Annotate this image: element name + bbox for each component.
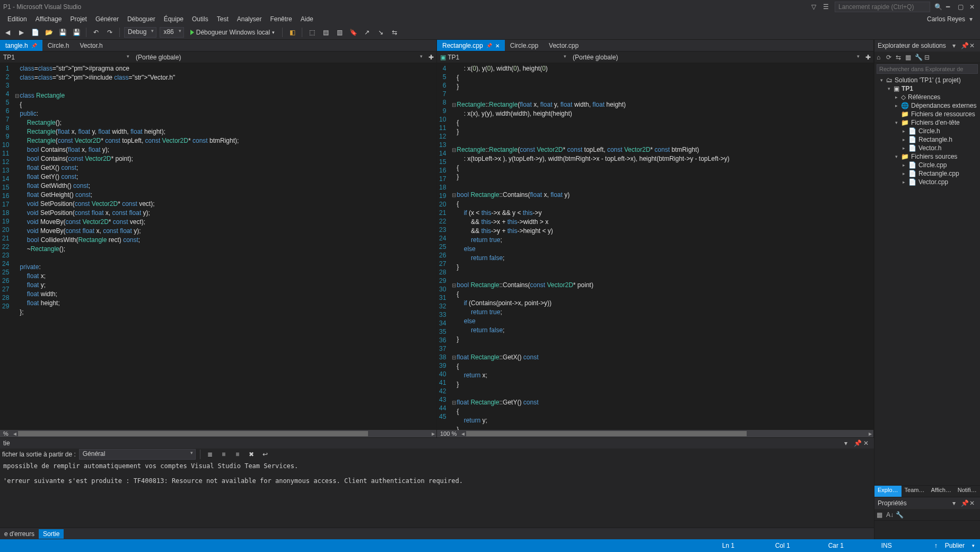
tree-node[interactable]: ▸📄Circle.cpp <box>874 161 980 169</box>
tree-node[interactable]: ▸◇Références <box>874 93 980 101</box>
maximize-icon[interactable]: ▢ <box>958 3 965 11</box>
tree-node[interactable]: ▾▣TP1 <box>874 84 980 93</box>
menu-outils[interactable]: Outils <box>188 14 213 24</box>
side-tab[interactable]: Team… <box>902 486 928 497</box>
sync-icon[interactable]: ⇆ <box>896 54 903 61</box>
clear-icon[interactable]: ✖ <box>246 449 257 460</box>
tool-icon[interactable]: ▥ <box>334 27 345 38</box>
run-button[interactable]: Débogueur Windows local ▾ <box>187 27 278 38</box>
zoom-level[interactable]: 100 % <box>437 430 460 437</box>
quick-launch-input[interactable] <box>835 2 930 12</box>
platform-dropdown[interactable]: x86 <box>160 27 183 38</box>
tree-node[interactable]: ▸📄Vector.cpp <box>874 178 980 186</box>
close-icon[interactable]: ✕ <box>495 43 500 49</box>
tree-node[interactable]: ▸📄Vector.h <box>874 144 980 152</box>
close-icon[interactable]: ✕ <box>863 439 871 447</box>
pin-icon[interactable]: 📌 <box>961 499 968 507</box>
search-icon[interactable]: 🔍 <box>934 3 942 11</box>
h-scrollbar[interactable] <box>18 430 430 437</box>
menu-edition[interactable]: Edition <box>3 14 31 24</box>
tab-vector-h[interactable]: Vector.h <box>74 40 108 51</box>
redo-icon[interactable]: ↷ <box>104 27 115 38</box>
bookmark-icon[interactable]: 🔖 <box>348 27 358 38</box>
publish-icon[interactable]: ↑ <box>934 542 938 549</box>
user-name[interactable]: Carlos Reyes <box>927 15 969 23</box>
collapse-icon[interactable]: ⊟ <box>924 54 932 61</box>
zoom-level[interactable]: % <box>0 430 12 437</box>
scroll-right-icon[interactable]: ▸ <box>430 430 436 437</box>
tool-icon[interactable]: ≣ <box>205 449 215 460</box>
scope-dropdown-right[interactable]: (Portée globale) <box>570 53 863 62</box>
menu-aide[interactable]: Aide <box>296 14 318 24</box>
filter-icon[interactable]: ▽ <box>811 3 819 11</box>
tool-icon[interactable]: ◧ <box>287 27 298 38</box>
refresh-icon[interactable]: ⟳ <box>886 54 894 61</box>
menu-déboguer[interactable]: Déboguer <box>123 14 160 24</box>
show-all-icon[interactable]: ▦ <box>905 54 913 61</box>
scope-dropdown-right[interactable]: (Portée globale) <box>133 53 426 62</box>
tool-icon[interactable]: ≡ <box>218 449 229 460</box>
side-tab[interactable]: Notifi… <box>955 486 980 497</box>
dropdown-icon[interactable]: ▾ <box>952 499 960 507</box>
tab-tangle-h[interactable]: tangle.h📌 <box>0 40 42 51</box>
undo-icon[interactable]: ↶ <box>91 27 101 38</box>
wrench-icon[interactable]: 🔧 <box>896 511 903 519</box>
scroll-left-icon[interactable]: ◂ <box>12 430 18 437</box>
solution-search-input[interactable] <box>877 64 978 74</box>
menu-fenêtre[interactable]: Fenêtre <box>266 14 296 24</box>
tab-vector-cpp[interactable]: Vector.cpp <box>544 40 584 51</box>
scope-dropdown-left[interactable]: TP1 <box>0 53 133 62</box>
menu-affichage[interactable]: Affichage <box>31 14 66 24</box>
chevron-down-icon[interactable]: ▾ <box>972 543 975 548</box>
categorize-icon[interactable]: ▦ <box>877 511 884 519</box>
tree-node[interactable]: ▸🌐Dépendances externes <box>874 101 980 110</box>
scroll-right-icon[interactable]: ▸ <box>867 430 873 437</box>
scroll-left-icon[interactable]: ◂ <box>460 430 466 437</box>
output-filter-dropdown[interactable]: Général <box>79 449 196 460</box>
output-text[interactable]: mpossible de remplir automatiquement vos… <box>0 460 874 528</box>
tab-circle-h[interactable]: Circle.h <box>42 40 75 51</box>
save-icon[interactable]: 💾 <box>57 27 68 38</box>
tool-icon[interactable]: ⇆ <box>389 27 400 38</box>
tree-node[interactable]: ▸📄Circle.h <box>874 127 980 135</box>
side-tab[interactable]: Explo… <box>874 486 902 497</box>
dropdown-icon[interactable]: ▾ <box>844 439 852 447</box>
scope-dropdown-left[interactable]: ▣ TP1 <box>437 53 570 62</box>
tool-icon[interactable]: ⬚ <box>307 27 317 38</box>
notifications-icon[interactable]: ☰ <box>823 3 830 11</box>
pin-icon[interactable]: 📌 <box>854 439 861 447</box>
tree-node[interactable]: ▾📁Fichiers d'en-tête <box>874 118 980 127</box>
side-tab[interactable]: Affich… <box>928 486 954 497</box>
close-icon[interactable]: ✕ <box>969 42 977 49</box>
dropdown-icon[interactable]: ▾ <box>952 42 960 49</box>
menu-analyser[interactable]: Analyser <box>233 14 266 24</box>
config-dropdown[interactable]: Debug <box>124 27 156 38</box>
solution-tree[interactable]: ▾🗂Solution 'TP1' (1 projet)▾▣TP1▸◇Référe… <box>874 75 980 485</box>
alpha-icon[interactable]: A↓ <box>886 511 894 519</box>
tool-icon[interactable]: ≡ <box>232 449 243 460</box>
right-code-editor[interactable]: 4567891011121314151617181920212223242526… <box>437 63 873 430</box>
menu-générer[interactable]: Générer <box>91 14 123 24</box>
tree-node[interactable]: ▾📁Fichiers sources <box>874 152 980 161</box>
left-code-editor[interactable]: 1234567891011121314151617181920212223242… <box>0 63 436 430</box>
pin-icon[interactable]: 📌 <box>961 42 968 49</box>
tree-node[interactable]: 📁Fichiers de ressources <box>874 110 980 118</box>
tool-icon[interactable]: ↗ <box>362 27 372 38</box>
tree-node[interactable]: ▸📄Rectangle.cpp <box>874 169 980 178</box>
save-all-icon[interactable]: 💾 <box>71 27 82 38</box>
bottom-tab-ederreurs[interactable]: e d'erreurs <box>0 529 39 539</box>
new-project-icon[interactable]: 📄 <box>30 27 40 38</box>
tab-rectangle-cpp[interactable]: Rectangle.cpp📌✕ <box>437 40 505 51</box>
properties-icon[interactable]: 🔧 <box>915 54 922 61</box>
bottom-tab-sortie[interactable]: Sortie <box>39 529 64 539</box>
open-icon[interactable]: 📂 <box>43 27 54 38</box>
tree-node[interactable]: ▸📄Rectangle.h <box>874 135 980 144</box>
menu-projet[interactable]: Projet <box>66 14 91 24</box>
tool-icon[interactable]: ↘ <box>375 27 386 38</box>
home-icon[interactable]: ⌂ <box>877 54 884 61</box>
nav-fwd-icon[interactable]: ▶ <box>16 27 27 38</box>
close-icon[interactable]: ✕ <box>969 3 977 11</box>
publish-button[interactable]: Publier <box>945 542 965 549</box>
menu-test[interactable]: Test <box>213 14 233 24</box>
user-dropdown-icon[interactable]: ▾ <box>969 15 977 23</box>
